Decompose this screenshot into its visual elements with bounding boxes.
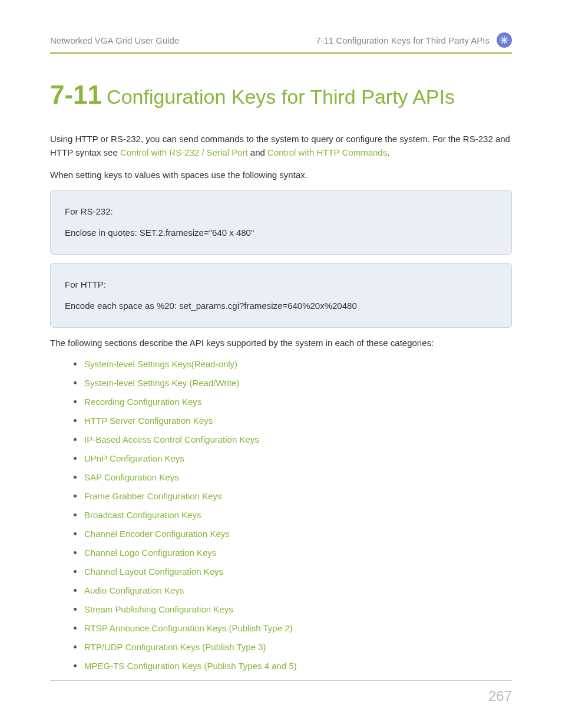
category-link[interactable]: Channel Logo Configuration Keys [84, 548, 216, 558]
page-number: 267 [488, 688, 512, 704]
note-rs232-line1: For RS-232: [65, 201, 497, 222]
note-http-line2: Encode each space as %20: set_params.cgi… [65, 295, 497, 317]
category-link[interactable]: SAP Configuration Keys [84, 472, 179, 482]
list-item: Channel Logo Configuration Keys [74, 546, 512, 559]
list-item: System-level Settings Key (Read/Write) [74, 377, 512, 389]
category-link[interactable]: IP-Based Access Control Configuration Ke… [84, 434, 259, 444]
category-link[interactable]: System-level Settings Keys(Read-only) [84, 359, 237, 369]
list-item: SAP Configuration Keys [74, 471, 512, 483]
list-item: Stream Publishing Configuration Keys [74, 603, 512, 615]
list-item: Audio Configuration Keys [74, 584, 512, 597]
category-link[interactable]: System-level Settings Key (Read/Write) [84, 378, 239, 388]
list-item: Recording Configuration Keys [74, 396, 512, 408]
link-control-http[interactable]: Control with HTTP Commands [267, 147, 387, 157]
category-link[interactable]: Audio Configuration Keys [84, 585, 184, 595]
link-control-rs232[interactable]: Control with RS-232 / Serial Port [120, 147, 248, 157]
category-link[interactable]: Channel Layout Configuration Keys [84, 566, 223, 577]
category-link[interactable]: Channel Encoder Configuration Keys [84, 529, 230, 539]
list-item: HTTP Server Configuration Keys [74, 414, 512, 427]
footer-rule [50, 680, 512, 681]
list-item: Broadcast Configuration Keys [74, 509, 512, 521]
note-rs232-line2: Enclose in quotes: SET.2.framesize="640 … [65, 222, 497, 243]
list-item: System-level Settings Keys(Read-only) [74, 358, 512, 370]
header-right-text: 7-11 Configuration Keys for Third Party … [316, 35, 490, 45]
list-item: RTSP Announce Configuration Keys (Publis… [74, 622, 512, 634]
category-link[interactable]: HTTP Server Configuration Keys [84, 416, 213, 426]
note-http-line1: For HTTP: [65, 274, 497, 295]
list-item: RTP/UDP Configuration Keys (Publish Type… [74, 641, 512, 653]
intro-text-c: . [387, 147, 389, 157]
header-right-wrap: 7-11 Configuration Keys for Third Party … [316, 32, 512, 48]
category-link[interactable]: UPnP Configuration Keys [84, 453, 184, 463]
section-number: 7-11 [50, 80, 102, 109]
list-item: IP-Based Access Control Configuration Ke… [74, 433, 512, 446]
intro-text-b: and [248, 147, 267, 157]
list-item: MPEG-TS Configuration Keys (Publish Type… [74, 660, 512, 672]
category-link[interactable]: RTSP Announce Configuration Keys (Publis… [84, 623, 293, 633]
note-box-http: For HTTP: Encode each space as %20: set_… [50, 263, 512, 328]
category-link[interactable]: Frame Grabber Configuration Keys [84, 491, 222, 501]
categories-intro: The following sections describe the API … [50, 336, 512, 350]
category-link[interactable]: MPEG-TS Configuration Keys (Publish Type… [84, 661, 297, 671]
header-left-text: Networked VGA Grid User Guide [50, 35, 179, 45]
title-text: Configuration Keys for Third Party APIs [107, 85, 455, 108]
list-item: Channel Layout Configuration Keys [74, 565, 512, 578]
list-item: Channel Encoder Configuration Keys [74, 528, 512, 540]
list-item: Frame Grabber Configuration Keys [74, 490, 512, 502]
category-link[interactable]: RTP/UDP Configuration Keys (Publish Type… [84, 642, 266, 652]
list-item: UPnP Configuration Keys [74, 452, 512, 465]
brand-icon [497, 32, 512, 48]
intro-paragraph-2: When setting keys to values with spaces … [50, 168, 512, 182]
page-title: 7-11Configuration Keys for Third Party A… [50, 80, 512, 110]
category-link[interactable]: Broadcast Configuration Keys [84, 510, 201, 520]
category-link[interactable]: Stream Publishing Configuration Keys [84, 604, 233, 614]
category-link-list: System-level Settings Keys(Read-only) Sy… [50, 358, 512, 672]
page-header: Networked VGA Grid User Guide 7-11 Confi… [50, 32, 512, 54]
intro-paragraph-1: Using HTTP or RS-232, you can send comma… [50, 132, 512, 160]
category-link[interactable]: Recording Configuration Keys [84, 397, 201, 407]
note-box-rs232: For RS-232: Enclose in quotes: SET.2.fra… [50, 190, 512, 255]
